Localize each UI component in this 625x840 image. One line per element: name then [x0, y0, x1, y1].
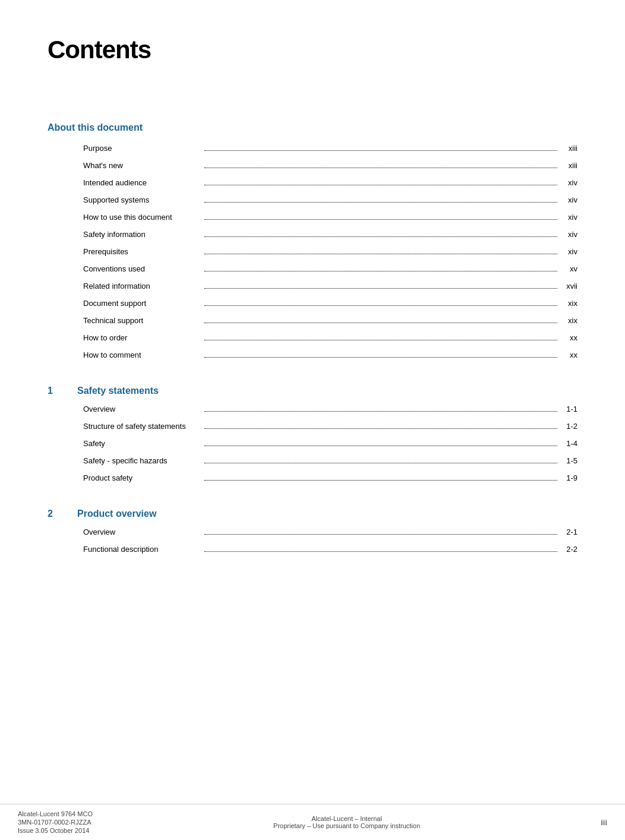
toc-entry-label: Technical support — [83, 316, 202, 325]
toc-page-num: xiv — [560, 230, 577, 239]
toc-page-num: xiii — [560, 144, 577, 153]
toc-dots — [204, 428, 557, 429]
about-heading: About this document — [48, 122, 577, 133]
chapters-container: 1Safety statementsOverview1-1Structure o… — [48, 386, 577, 580]
about-entries-container: PurposexiiiWhat's newxiiiIntended audien… — [48, 144, 577, 359]
toc-entry-label: How to use this document — [83, 213, 202, 222]
footer-classification-label: Alcatel-Lucent – Internal — [93, 815, 601, 822]
toc-entry-label: Conventions used — [83, 264, 202, 273]
toc-page-num: 1-2 — [560, 422, 577, 431]
toc-dots — [204, 551, 557, 552]
chapter-num: 2 — [48, 509, 77, 519]
toc-entry-label: Structure of safety statements — [83, 422, 202, 431]
toc-dots — [204, 463, 557, 463]
toc-dots — [204, 323, 557, 323]
toc-entry: Overview1-1 — [48, 405, 577, 413]
toc-entry: Supported systemsxiv — [48, 195, 577, 204]
footer-left: Alcatel-Lucent 9764 MCO 3MN-01707-0002-R… — [18, 810, 93, 834]
footer-page-num: iii — [601, 818, 607, 827]
toc-page-num: 2-2 — [560, 545, 577, 554]
footer: Alcatel-Lucent 9764 MCO 3MN-01707-0002-R… — [0, 804, 625, 840]
toc-dots — [204, 288, 557, 289]
toc-entry-label: Overview — [83, 528, 202, 536]
toc-dots — [204, 340, 557, 340]
toc-dots — [204, 150, 557, 151]
toc-page-num: 1-5 — [560, 456, 577, 465]
toc-entry: Safety informationxiv — [48, 230, 577, 239]
toc-dots — [204, 202, 557, 203]
toc-entry-label: What's new — [83, 161, 202, 170]
toc-page-num: 1-1 — [560, 405, 577, 413]
toc-entry: Related informationxvii — [48, 282, 577, 290]
toc-entry-label: Document support — [83, 299, 202, 308]
toc-dots — [204, 534, 557, 535]
toc-entry-label: Overview — [83, 405, 202, 413]
toc-page-num: 1-9 — [560, 473, 577, 482]
footer-docid: 3MN-01707-0002-RJZZA — [18, 819, 93, 826]
page-title: Contents — [48, 36, 577, 64]
toc-page-num: xx — [560, 350, 577, 359]
page: Contents About this document Purposexiii… — [0, 0, 625, 840]
toc-dots — [204, 480, 557, 481]
toc-entry-label: How to comment — [83, 350, 202, 359]
toc-page-num: xvii — [560, 282, 577, 290]
toc-entry: Safety - specific hazards1-5 — [48, 456, 577, 465]
toc-entry: Document supportxix — [48, 299, 577, 308]
toc-dots — [204, 254, 557, 254]
toc-page-num: xx — [560, 333, 577, 342]
toc-dots — [204, 411, 557, 412]
toc-dots — [204, 357, 557, 358]
toc-page-num: xiii — [560, 161, 577, 170]
toc-entry: Intended audiencexiv — [48, 178, 577, 187]
chapter-title: Product overview — [77, 509, 156, 519]
toc-dots — [204, 185, 557, 185]
toc-entry-label: Safety — [83, 439, 202, 448]
toc-entry: How to orderxx — [48, 333, 577, 342]
toc-entry-label: Supported systems — [83, 195, 202, 204]
toc-entry-label: Related information — [83, 282, 202, 290]
toc-entry-label: Safety information — [83, 230, 202, 239]
toc-page-num: 2-1 — [560, 528, 577, 536]
toc-entry: Purposexiii — [48, 144, 577, 153]
toc-entry: Safety1-4 — [48, 439, 577, 448]
toc-page-num: xix — [560, 299, 577, 308]
toc-dots — [204, 168, 557, 168]
toc-entry: Prerequisitesxiv — [48, 247, 577, 256]
toc-dots — [204, 236, 557, 237]
toc-entry: How to use this documentxiv — [48, 213, 577, 222]
toc-entry-label: Product safety — [83, 473, 202, 482]
toc-entry-label: Intended audience — [83, 178, 202, 187]
toc-entry-label: Prerequisites — [83, 247, 202, 256]
toc-entry: Conventions usedxv — [48, 264, 577, 273]
toc-page-num: xiv — [560, 195, 577, 204]
toc-entry-label: How to order — [83, 333, 202, 342]
toc-entry: Functional description2-2 — [48, 545, 577, 554]
toc-entry-label: Safety - specific hazards — [83, 456, 202, 465]
footer-classification-detail: Proprietary – Use pursuant to Company in… — [93, 822, 601, 829]
toc-page-num: xiv — [560, 213, 577, 222]
chapter-num: 1 — [48, 386, 77, 396]
toc-entry: How to commentxx — [48, 350, 577, 359]
toc-dots — [204, 446, 557, 446]
chapter-row: 2Product overview — [48, 509, 577, 519]
toc-entry: What's newxiii — [48, 161, 577, 170]
toc-entry: Overview2-1 — [48, 528, 577, 536]
toc-dots — [204, 219, 557, 220]
toc-entry: Technical supportxix — [48, 316, 577, 325]
footer-company: Alcatel-Lucent 9764 MCO — [18, 810, 93, 817]
chapter-row: 1Safety statements — [48, 386, 577, 396]
toc-entry: Structure of safety statements1-2 — [48, 422, 577, 431]
footer-issue: Issue 3.05 October 2014 — [18, 827, 93, 834]
toc-page-num: xix — [560, 316, 577, 325]
toc-dots — [204, 271, 557, 271]
toc-page-num: xv — [560, 264, 577, 273]
chapter-title: Safety statements — [77, 386, 159, 396]
toc-entry-label: Functional description — [83, 545, 202, 554]
toc-page-num: xiv — [560, 247, 577, 256]
toc-entry-label: Purpose — [83, 144, 202, 153]
toc-entry: Product safety1-9 — [48, 473, 577, 482]
toc-page-num: xiv — [560, 178, 577, 187]
footer-center: Alcatel-Lucent – Internal Proprietary – … — [93, 815, 601, 829]
toc-dots — [204, 305, 557, 306]
toc-page-num: 1-4 — [560, 439, 577, 448]
